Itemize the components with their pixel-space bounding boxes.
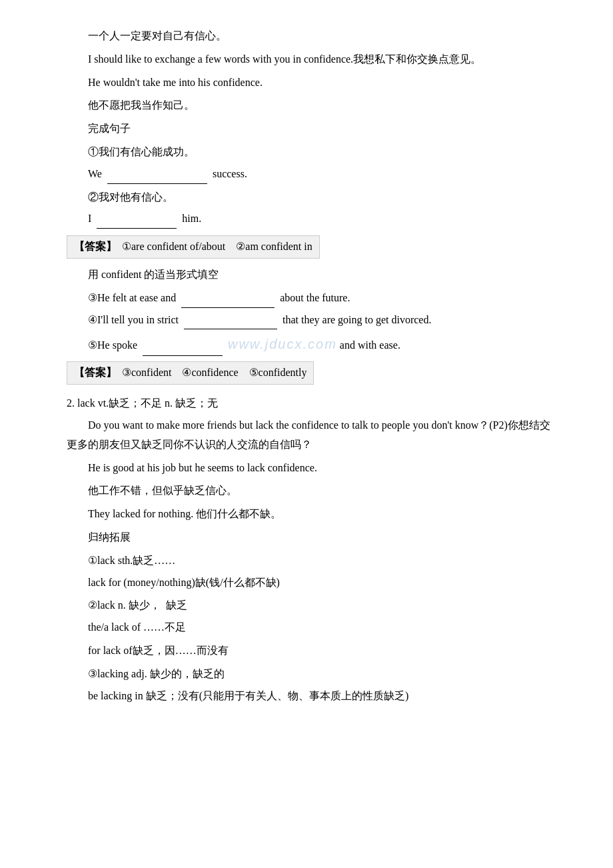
- blank-4: [184, 329, 277, 329]
- line-4: 他不愿把我当作知己。: [67, 96, 560, 115]
- line-5: 完成句子: [67, 119, 560, 139]
- line-23: the/a lack of ……不足: [67, 618, 560, 637]
- blank-1: [107, 183, 207, 184]
- line-6: ①我们有信心能成功。: [88, 143, 560, 162]
- answer-content-1: 【答案】 ①are confident of/about ②am confide…: [67, 235, 320, 259]
- line-7: We success.: [67, 165, 560, 184]
- line-11: ③He felt at ease and about the future.: [88, 289, 560, 308]
- blank-2: [97, 228, 177, 229]
- line-22: ②lack n. 缺少， 缺乏: [88, 596, 560, 615]
- answer-label-1: 【答案】: [74, 237, 117, 257]
- line-17: 他工作不错，但似乎缺乏信心。: [67, 481, 560, 501]
- line-3: He wouldn't take me into his confidence.: [67, 73, 560, 93]
- answer-content-2: 【答案】 ③confident ④confidence ⑤confidently: [67, 361, 314, 385]
- line-24: for lack of缺乏，因……而没有: [67, 641, 560, 661]
- answer-label-2: 【答案】: [74, 363, 117, 383]
- answer-text-2: ③confident ④confidence ⑤confidently: [122, 363, 306, 383]
- line-20: ①lack sth.缺乏……: [88, 551, 560, 571]
- line-15: Do you want to make more friends but lac…: [67, 416, 560, 455]
- line-8: ②我对他有信心。: [88, 188, 560, 207]
- line-10: 用 confident 的适当形式填空: [67, 265, 560, 285]
- line-14: 2. lack vt.缺乏；不足 n. 缺乏；无: [67, 394, 560, 413]
- watermark: www.jducx.com: [228, 337, 337, 351]
- answer-box-2: 【答案】 ③confident ④confidence ⑤confidently: [67, 359, 560, 387]
- answer-text-1: ①are confident of/about ②am confident in: [122, 237, 312, 257]
- line-19: 归纳拓展: [67, 528, 560, 547]
- line-1: 一个人一定要对自己有信心。: [67, 27, 560, 46]
- line-2: I should like to exchange a few words wi…: [67, 50, 560, 69]
- line-12: ④I'll tell you in strict that they are g…: [88, 311, 560, 330]
- line-18: They lacked for nothing. 他们什么都不缺。: [67, 505, 560, 524]
- line-13: ⑤He spoke www.jducx.com and with ease.: [88, 332, 560, 356]
- line-16: He is good at his job but he seems to la…: [67, 459, 560, 478]
- line-25: ③lacking adj. 缺少的，缺乏的: [88, 665, 560, 684]
- line-26: be lacking in 缺乏；没有(只能用于有关人、物、事本质上的性质缺乏): [67, 687, 560, 706]
- blank-3: [181, 307, 275, 308]
- answer-box-1: 【答案】 ①are confident of/about ②am confide…: [67, 233, 560, 261]
- line-9: I him.: [67, 209, 560, 229]
- line-21: lack for (money/nothing)缺(钱/什么都不缺): [67, 573, 560, 593]
- page-content: 一个人一定要对自己有信心。 I should like to exchange …: [67, 27, 560, 705]
- blank-5: [143, 355, 223, 356]
